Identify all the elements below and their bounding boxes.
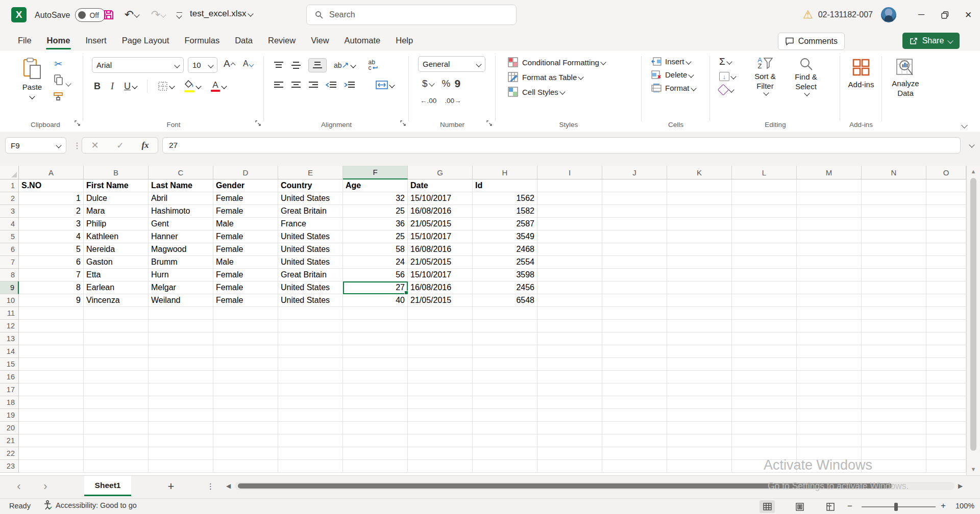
column-header-M[interactable]: M bbox=[797, 166, 862, 179]
font-size-select[interactable]: 10 bbox=[188, 57, 217, 73]
cell-O6[interactable] bbox=[926, 243, 966, 256]
tab-data[interactable]: Data bbox=[227, 30, 260, 51]
cell-H17[interactable] bbox=[473, 383, 537, 396]
undo-button[interactable]: ↶ bbox=[120, 6, 143, 23]
cell-H5[interactable]: 3549 bbox=[473, 230, 537, 243]
cell-D15[interactable] bbox=[213, 358, 278, 371]
merge-center-dropdown-icon[interactable] bbox=[389, 82, 395, 88]
cell-K18[interactable] bbox=[667, 396, 732, 409]
search-input[interactable]: Search bbox=[306, 5, 517, 25]
cell-I14[interactable] bbox=[537, 345, 602, 358]
font-color-dropdown-icon[interactable] bbox=[221, 83, 227, 89]
cell-A10[interactable]: 9 bbox=[19, 294, 84, 307]
cell-A17[interactable] bbox=[19, 383, 84, 396]
excel-logo-icon[interactable]: X bbox=[11, 7, 27, 22]
cell-B5[interactable]: Kathleen bbox=[84, 230, 149, 243]
cell-L7[interactable] bbox=[732, 256, 797, 269]
cell-G19[interactable] bbox=[408, 409, 473, 422]
cell-A18[interactable] bbox=[19, 396, 84, 409]
cell-N15[interactable] bbox=[862, 358, 926, 371]
tab-home[interactable]: Home bbox=[39, 30, 78, 51]
cell-B3[interactable]: Mara bbox=[84, 205, 149, 218]
cell-L19[interactable] bbox=[732, 409, 797, 422]
cell-O10[interactable] bbox=[926, 294, 966, 307]
cell-M5[interactable] bbox=[797, 230, 862, 243]
cell-M8[interactable] bbox=[797, 269, 862, 281]
row-header-3[interactable]: 3 bbox=[0, 205, 19, 218]
cell-H20[interactable] bbox=[473, 422, 537, 434]
cell-F5[interactable]: 25 bbox=[343, 230, 408, 243]
cell-D10[interactable]: Female bbox=[213, 294, 278, 307]
cell-B6[interactable]: Nereida bbox=[84, 243, 149, 256]
cell-J2[interactable] bbox=[602, 192, 667, 205]
cell-O22[interactable] bbox=[926, 447, 966, 460]
cell-M3[interactable] bbox=[797, 205, 862, 218]
cell-L12[interactable] bbox=[732, 320, 797, 332]
cell-E11[interactable] bbox=[278, 307, 343, 320]
cell-N13[interactable] bbox=[862, 332, 926, 345]
cell-B10[interactable]: Vincenza bbox=[84, 294, 149, 307]
cell-O9[interactable] bbox=[926, 281, 966, 294]
cell-J1[interactable] bbox=[602, 179, 667, 192]
cell-J21[interactable] bbox=[602, 434, 667, 447]
column-header-H[interactable]: H bbox=[473, 166, 537, 179]
tab-help[interactable]: Help bbox=[388, 30, 421, 51]
cell-J6[interactable] bbox=[602, 243, 667, 256]
cell-L8[interactable] bbox=[732, 269, 797, 281]
cell-G16[interactable] bbox=[408, 371, 473, 383]
cell-I12[interactable] bbox=[537, 320, 602, 332]
cell-K5[interactable] bbox=[667, 230, 732, 243]
cell-G15[interactable] bbox=[408, 358, 473, 371]
cell-F21[interactable] bbox=[343, 434, 408, 447]
cell-D13[interactable] bbox=[213, 332, 278, 345]
cell-B21[interactable] bbox=[84, 434, 149, 447]
cell-J23[interactable] bbox=[602, 460, 667, 473]
cell-G5[interactable]: 15/10/2017 bbox=[408, 230, 473, 243]
decrease-indent-button[interactable] bbox=[326, 81, 337, 89]
cell-B14[interactable] bbox=[84, 345, 149, 358]
cell-I18[interactable] bbox=[537, 396, 602, 409]
cell-F4[interactable]: 36 bbox=[343, 218, 408, 230]
column-header-D[interactable]: D bbox=[213, 166, 278, 179]
cell-L15[interactable] bbox=[732, 358, 797, 371]
cell-E8[interactable]: Great Britain bbox=[278, 269, 343, 281]
cell-N16[interactable] bbox=[862, 371, 926, 383]
cell-J11[interactable] bbox=[602, 307, 667, 320]
cut-button[interactable]: ✂ bbox=[54, 58, 62, 70]
cell-C13[interactable] bbox=[149, 332, 213, 345]
cell-O23[interactable] bbox=[926, 460, 966, 473]
formula-bar-grip-icon[interactable]: ⋮ bbox=[73, 141, 81, 150]
cell-G13[interactable] bbox=[408, 332, 473, 345]
cell-J12[interactable] bbox=[602, 320, 667, 332]
align-middle-button[interactable] bbox=[291, 61, 301, 69]
cell-D7[interactable]: Male bbox=[213, 256, 278, 269]
cell-K1[interactable] bbox=[667, 179, 732, 192]
license-warning-icon[interactable]: ⚠ bbox=[803, 8, 813, 21]
cell-F11[interactable] bbox=[343, 307, 408, 320]
format-dropdown-icon[interactable] bbox=[691, 85, 696, 91]
cell-D6[interactable]: Female bbox=[213, 243, 278, 256]
cell-D16[interactable] bbox=[213, 371, 278, 383]
row-header-18[interactable]: 18 bbox=[0, 396, 19, 409]
cell-E23[interactable] bbox=[278, 460, 343, 473]
cell-O19[interactable] bbox=[926, 409, 966, 422]
cell-E19[interactable] bbox=[278, 409, 343, 422]
cell-C7[interactable]: Brumm bbox=[149, 256, 213, 269]
insert-dropdown-icon[interactable] bbox=[685, 59, 691, 64]
cell-G4[interactable]: 21/05/2015 bbox=[408, 218, 473, 230]
cell-B9[interactable]: Earlean bbox=[84, 281, 149, 294]
cell-F20[interactable] bbox=[343, 422, 408, 434]
cell-C19[interactable] bbox=[149, 409, 213, 422]
cell-styles-dropdown-icon[interactable] bbox=[559, 89, 565, 94]
cell-I23[interactable] bbox=[537, 460, 602, 473]
cell-F15[interactable] bbox=[343, 358, 408, 371]
clear-dropdown-icon[interactable] bbox=[728, 87, 734, 92]
cell-L20[interactable] bbox=[732, 422, 797, 434]
cell-I3[interactable] bbox=[537, 205, 602, 218]
cell-B16[interactable] bbox=[84, 371, 149, 383]
row-header-2[interactable]: 2 bbox=[0, 192, 19, 205]
cell-C17[interactable] bbox=[149, 383, 213, 396]
cell-J8[interactable] bbox=[602, 269, 667, 281]
cell-H8[interactable]: 3598 bbox=[473, 269, 537, 281]
hscroll-left-icon[interactable]: ◀ bbox=[226, 482, 231, 490]
